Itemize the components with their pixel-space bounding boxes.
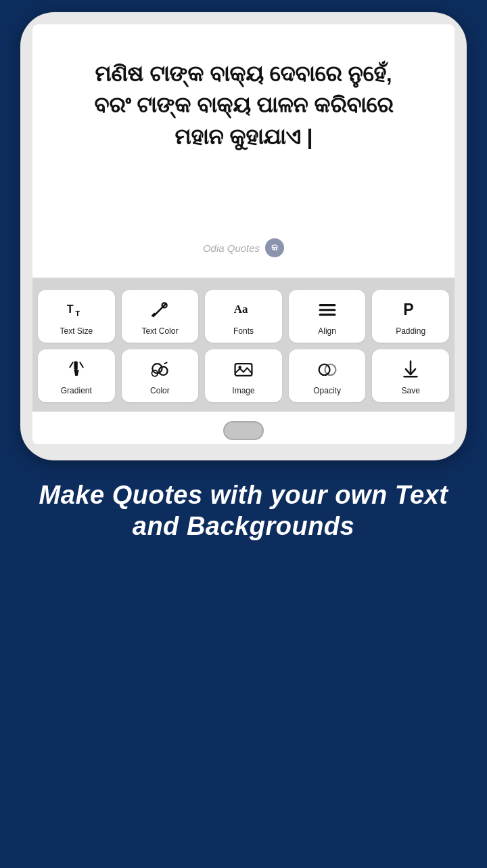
toolbar: T T Text Size Text Color xyxy=(32,278,455,412)
gradient-label: Gradient xyxy=(61,386,92,395)
padding-label: Padding xyxy=(396,326,425,336)
align-button[interactable]: Align xyxy=(289,290,366,343)
fonts-icon: Aa xyxy=(233,299,254,321)
text-size-button[interactable]: T T Text Size xyxy=(38,290,115,343)
quote-text: ମଣିଷ ଟାଙ୍କ ବାକ୍ୟ ଦେବାରେ ନୁହେଁ, ବରଂ ଟାଙ୍କ… xyxy=(94,58,393,152)
svg-text:T: T xyxy=(75,309,80,318)
text-size-icon: T T xyxy=(66,299,87,321)
watermark-text: Odia Quotes xyxy=(203,242,260,254)
color-icon xyxy=(149,359,170,381)
padding-button[interactable]: P Padding xyxy=(372,290,449,343)
image-button[interactable]: Image xyxy=(205,349,282,402)
svg-line-2 xyxy=(154,304,166,316)
save-label: Save xyxy=(402,386,420,395)
watermark: Odia Quotes କ xyxy=(203,229,284,264)
save-button[interactable]: Save xyxy=(372,349,449,402)
svg-line-17 xyxy=(165,362,168,364)
text-color-button[interactable]: Text Color xyxy=(122,290,199,343)
opacity-icon xyxy=(317,359,338,381)
color-label: Color xyxy=(150,386,170,395)
fonts-label: Fonts xyxy=(233,326,254,336)
text-size-label: Text Size xyxy=(60,326,93,336)
gradient-icon xyxy=(66,359,87,381)
phone-screen: ମଣିଷ ଟାଙ୍କ ବାକ୍ୟ ଦେବାରେ ନୁହେଁ, ବରଂ ଟାଙ୍କ… xyxy=(32,24,455,444)
home-button[interactable] xyxy=(223,421,264,440)
align-icon xyxy=(317,299,338,321)
color-button[interactable]: Color xyxy=(122,349,199,402)
text-color-label: Text Color xyxy=(141,326,178,336)
svg-line-12 xyxy=(70,362,72,367)
fonts-button[interactable]: Aa Fonts xyxy=(205,290,282,343)
align-label: Align xyxy=(318,326,336,336)
svg-rect-8 xyxy=(319,313,335,316)
gradient-button[interactable]: Gradient xyxy=(38,349,115,402)
footer-text: Make Quotes with your own Text and Backg… xyxy=(20,479,467,542)
svg-rect-23 xyxy=(404,376,418,378)
text-color-icon xyxy=(149,299,170,321)
padding-icon: P xyxy=(400,299,421,321)
svg-marker-11 xyxy=(74,370,78,376)
svg-point-15 xyxy=(160,367,168,375)
svg-line-13 xyxy=(80,362,83,367)
save-icon xyxy=(400,359,421,381)
watermark-logo: କ xyxy=(265,238,284,257)
svg-text:P: P xyxy=(404,301,414,318)
svg-point-19 xyxy=(238,366,241,368)
svg-rect-7 xyxy=(319,309,335,311)
footer-bar: Make Quotes with your own Text and Backg… xyxy=(0,460,487,557)
image-label: Image xyxy=(232,386,254,395)
svg-text:Aa: Aa xyxy=(234,303,248,316)
quote-area: ମଣିଷ ଟାଙ୍କ ବାକ୍ୟ ଦେବାରେ ନୁହେଁ, ବରଂ ଟାଙ୍କ… xyxy=(32,24,455,278)
image-icon xyxy=(233,359,254,381)
opacity-label: Opacity xyxy=(313,386,341,395)
svg-rect-6 xyxy=(319,304,335,306)
svg-rect-10 xyxy=(74,362,77,370)
opacity-button[interactable]: Opacity xyxy=(289,349,366,402)
phone-frame: ମଣିଷ ଟାଙ୍କ ବାକ୍ୟ ଦେବାରେ ନୁହେଁ, ବରଂ ଟାଙ୍କ… xyxy=(20,12,467,460)
svg-text:T: T xyxy=(67,303,74,315)
home-button-bar xyxy=(32,412,455,444)
